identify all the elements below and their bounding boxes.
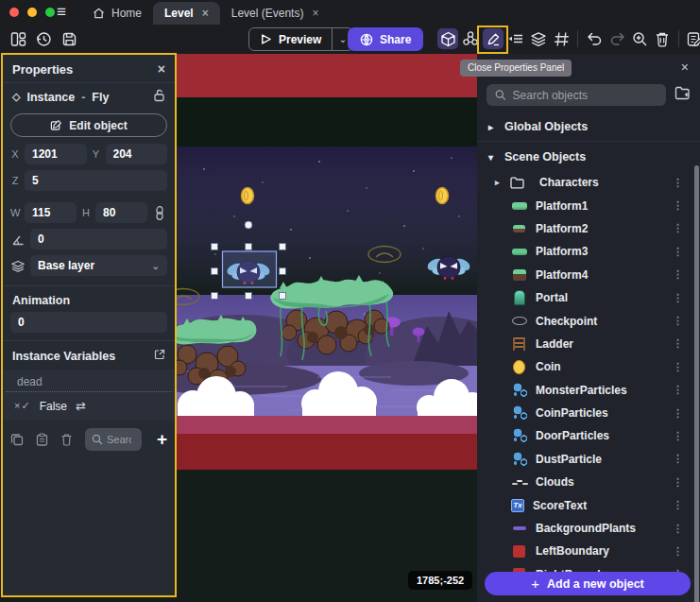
tab-level[interactable]: Level × xyxy=(153,2,220,25)
object-groups-icon[interactable] xyxy=(460,28,481,49)
particles-icon xyxy=(511,405,527,421)
open-variables-editor-icon[interactable] xyxy=(154,349,165,363)
objects-search-input[interactable] xyxy=(513,89,657,102)
tab-home[interactable]: Home xyxy=(81,2,153,25)
object-item-portal[interactable]: Portal ⋮ xyxy=(477,286,700,309)
zoom-in-icon[interactable] xyxy=(629,28,650,49)
object-item-label: CoinParticles xyxy=(536,406,608,420)
object-item-label: Ladder xyxy=(536,337,573,351)
angle-input[interactable] xyxy=(30,229,167,249)
layers-icon[interactable] xyxy=(528,28,549,49)
variable-value: False xyxy=(40,400,67,413)
close-icon[interactable]: × xyxy=(681,60,689,75)
toggle-3d-view-icon[interactable] xyxy=(437,28,458,49)
tab-label: Home xyxy=(111,7,142,20)
object-item-leftboundary[interactable]: LeftBoundary ⋮ xyxy=(477,540,700,562)
scene-editor-canvas[interactable]: 1785;-252 xyxy=(176,54,477,602)
object-item-platform4[interactable]: Platform4 ⋮ xyxy=(477,264,700,286)
plants-sprite-icon xyxy=(511,521,527,536)
object-item-label: Checkpoint xyxy=(536,315,597,328)
out-of-scene-top xyxy=(176,97,477,146)
object-item-coinparticles[interactable]: CoinParticles ⋮ xyxy=(477,402,700,424)
object-item-scoretext[interactable]: Tx ScoreText ⋮ xyxy=(477,493,700,516)
save-icon[interactable] xyxy=(59,28,79,49)
undo-icon[interactable] xyxy=(584,28,605,49)
lock-ratio-icon[interactable] xyxy=(152,206,167,220)
close-icon[interactable]: × xyxy=(158,61,165,77)
object-item-label: DustParticle xyxy=(536,453,602,466)
caret-right-icon: ▸ xyxy=(488,122,496,132)
delete-variable-icon[interactable] xyxy=(60,433,73,446)
object-item-platform3[interactable]: Platform3 ⋮ xyxy=(477,240,700,263)
toolbar-separator xyxy=(678,30,679,47)
layer-select[interactable]: Base layer ⌄ xyxy=(30,255,167,276)
y-input[interactable] xyxy=(106,144,168,164)
object-item-checkpoint[interactable]: Checkpoint ⋮ xyxy=(477,309,700,332)
add-folder-icon[interactable] xyxy=(674,86,691,104)
instance-type-label: Instance xyxy=(26,91,75,104)
window-close-button[interactable] xyxy=(9,8,19,17)
object-folder-characters[interactable]: ▸ Characters ⋮ xyxy=(477,171,700,194)
bottom-boundary-object[interactable] xyxy=(176,434,477,470)
paste-icon[interactable] xyxy=(36,433,48,446)
section-label: Global Objects xyxy=(504,120,588,133)
section-label: Scene Objects xyxy=(504,150,586,163)
object-item-clouds[interactable]: Clouds ⋮ xyxy=(477,471,700,493)
home-icon xyxy=(93,8,105,19)
delete-icon[interactable] xyxy=(652,28,673,49)
objects-search-box[interactable] xyxy=(487,84,666,106)
layer-icon xyxy=(10,260,26,272)
width-input[interactable] xyxy=(25,202,77,223)
open-projects-panel-icon[interactable] xyxy=(8,28,28,49)
window-minimize-button[interactable] xyxy=(27,8,37,17)
add-variable-button[interactable]: + xyxy=(157,431,167,448)
add-new-object-button[interactable]: + Add a new object xyxy=(485,572,691,595)
bottom-boundary-object[interactable] xyxy=(176,416,477,434)
object-item-platform1[interactable]: Platform1 ⋮ xyxy=(477,194,700,216)
coin-object[interactable] xyxy=(242,188,254,204)
share-button[interactable]: Share xyxy=(348,27,423,51)
edit-object-button[interactable]: Edit object xyxy=(10,113,167,137)
object-item-backgroundplants[interactable]: BackgroundPlants ⋮ xyxy=(477,517,700,540)
tab-close-icon[interactable]: × xyxy=(312,7,318,20)
tab-close-icon[interactable]: × xyxy=(202,7,209,20)
object-item-doorparticles[interactable]: DoorParticles ⋮ xyxy=(477,424,700,447)
scene-render xyxy=(176,54,477,602)
main-toolbar: Preview ⌄ Share xyxy=(0,25,700,54)
coin-object[interactable] xyxy=(436,188,449,204)
copy-icon[interactable] xyxy=(10,433,24,446)
object-item-ladder[interactable]: Ladder ⋮ xyxy=(477,333,700,355)
window-zoom-button[interactable] xyxy=(45,8,55,17)
variable-search-input[interactable] xyxy=(107,434,131,445)
grid-icon[interactable] xyxy=(551,28,572,49)
object-item-label: Platform4 xyxy=(536,268,588,282)
variable-search-box[interactable] xyxy=(85,428,142,451)
top-boundary-object[interactable] xyxy=(176,54,477,97)
object-item-coin[interactable]: Coin ⋮ xyxy=(477,355,700,378)
instances-list-icon[interactable] xyxy=(505,28,526,49)
x-input[interactable] xyxy=(25,144,87,164)
preview-button[interactable]: Preview xyxy=(249,33,332,46)
global-objects-section[interactable]: ▸ Global Objects xyxy=(477,112,700,141)
scrollbar-thumb[interactable] xyxy=(694,165,699,602)
variable-row[interactable]: dead ×✓ False ⇄ xyxy=(3,370,175,421)
history-icon[interactable] xyxy=(33,28,54,49)
object-item-platform2[interactable]: Platform2 ⋮ xyxy=(477,217,700,240)
toggle-properties-panel-icon[interactable] xyxy=(483,28,504,49)
redo-icon[interactable] xyxy=(606,28,627,49)
z-input[interactable] xyxy=(25,170,167,191)
object-item-label: Portal xyxy=(536,291,568,304)
scene-notes-icon[interactable] xyxy=(685,28,700,49)
search-icon xyxy=(495,89,506,101)
toggle-value-icon[interactable]: ⇄ xyxy=(76,399,86,413)
scene-objects-section[interactable]: ▾ Scene Objects xyxy=(477,141,700,171)
object-item-monsterparticles[interactable]: MonsterParticles ⋮ xyxy=(477,379,700,402)
object-item-dustparticle[interactable]: DustParticle ⋮ xyxy=(477,448,700,471)
height-input[interactable] xyxy=(95,202,147,223)
platform-sprite-icon xyxy=(511,267,527,283)
animation-input[interactable] xyxy=(10,312,167,333)
hamburger-menu-icon[interactable]: ≡ xyxy=(57,3,66,22)
lock-open-icon[interactable] xyxy=(153,89,165,105)
rotate-handle[interactable] xyxy=(245,221,252,229)
tab-level-events[interactable]: Level (Events) × xyxy=(220,2,331,25)
